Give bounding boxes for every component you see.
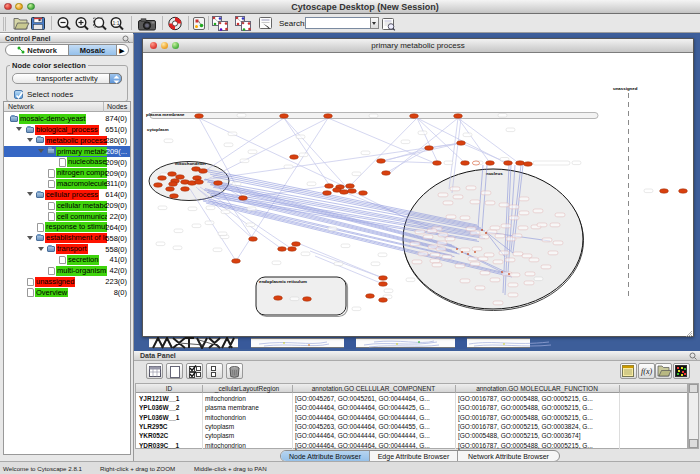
svg-text:mitochondrion: mitochondrion [175,161,206,166]
svg-text:plasma membrane: plasma membrane [146,112,185,117]
svg-text:endoplasmic reticulum: endoplasmic reticulum [259,279,307,284]
svg-text:f(x): f(x) [641,367,652,376]
svg-text:1:1: 1:1 [113,20,120,26]
svg-text:cytoplasm: cytoplasm [147,127,169,132]
svg-text:unassigned: unassigned [613,86,638,91]
svg-text:nucleus: nucleus [486,171,503,176]
